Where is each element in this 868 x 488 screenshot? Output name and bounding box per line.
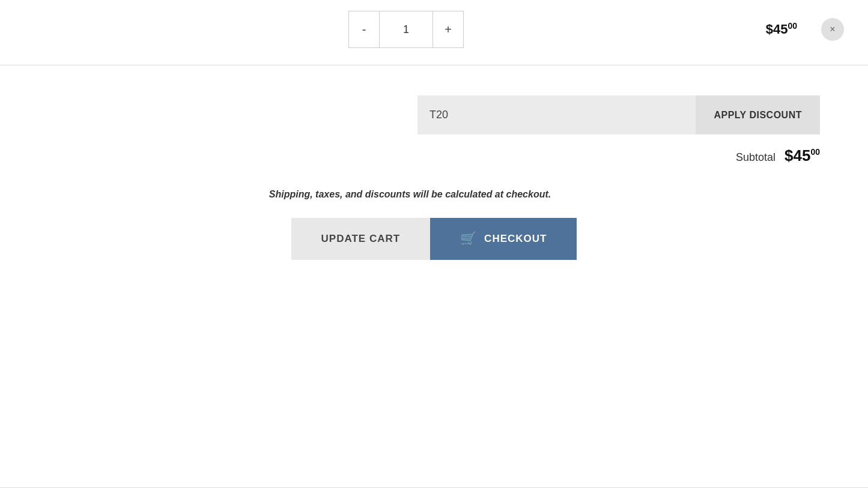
subtotal-row: Subtotal $4500 <box>736 146 820 165</box>
close-button[interactable]: × <box>821 18 844 41</box>
checkout-button[interactable]: 🛒 CHECKOUT <box>430 218 577 260</box>
page-container: - + $4500 × APPLY DISCOUNT Subtotal $4 <box>0 0 868 488</box>
top-row: - + $4500 × <box>0 0 868 59</box>
close-icon: × <box>830 24 835 35</box>
shipping-note: Shipping, taxes, and discounts will be c… <box>0 177 844 206</box>
increase-quantity-button[interactable]: + <box>433 11 463 47</box>
subtotal-label: Subtotal <box>736 151 775 164</box>
buttons-row: UPDATE CART 🛒 CHECKOUT <box>291 218 577 260</box>
decrease-quantity-button[interactable]: - <box>349 11 379 47</box>
subtotal-price: $4500 <box>785 146 820 165</box>
checkout-label: CHECKOUT <box>484 233 547 245</box>
bottom-section: APPLY DISCOUNT Subtotal $4500 <box>0 65 868 165</box>
cart-icon: 🛒 <box>460 231 477 247</box>
shipping-and-buttons: Shipping, taxes, and discounts will be c… <box>0 177 868 260</box>
apply-discount-button[interactable]: APPLY DISCOUNT <box>696 95 820 134</box>
discount-input[interactable] <box>417 95 696 134</box>
quantity-stepper: - + <box>348 11 464 48</box>
quantity-area: - + <box>348 11 464 48</box>
quantity-input[interactable] <box>379 11 433 47</box>
discount-row: APPLY DISCOUNT <box>417 95 820 134</box>
update-cart-button[interactable]: UPDATE CART <box>291 218 431 260</box>
item-price: $4500 <box>766 21 797 37</box>
